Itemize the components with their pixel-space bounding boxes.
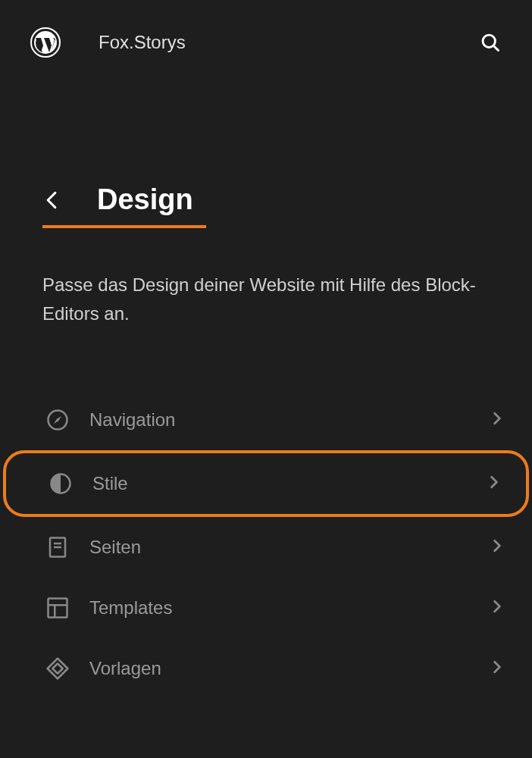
menu-item-navigation[interactable]: Navigation xyxy=(0,390,532,450)
chevron-right-icon xyxy=(493,600,502,616)
menu-item-label: Templates xyxy=(89,597,172,619)
wordpress-logo-icon[interactable] xyxy=(30,27,61,58)
menu-item-label: Vorlagen xyxy=(89,658,161,679)
diamond-icon xyxy=(45,656,70,681)
menu-item-templates[interactable]: Templates xyxy=(0,578,532,638)
svg-line-3 xyxy=(494,46,499,51)
page-title: Design xyxy=(97,183,193,216)
title-row: Design xyxy=(42,183,206,228)
chevron-right-icon xyxy=(493,660,502,677)
search-icon xyxy=(480,32,501,53)
chevron-left-icon xyxy=(45,191,58,209)
site-title[interactable]: Fox.Storys xyxy=(99,32,186,53)
menu-item-left: Seiten xyxy=(45,535,141,559)
menu-item-label: Stile xyxy=(92,473,128,494)
menu-item-vorlagen[interactable]: Vorlagen xyxy=(0,638,532,699)
menu-item-left: Navigation xyxy=(45,408,175,432)
menu-item-label: Seiten xyxy=(89,537,141,558)
chevron-right-icon xyxy=(490,475,499,492)
chevron-right-icon xyxy=(493,412,502,428)
app-header: Fox.Storys xyxy=(0,0,532,85)
layout-icon xyxy=(45,596,70,620)
page-description: Passe das Design deiner Website mit Hilf… xyxy=(42,271,490,329)
search-button[interactable] xyxy=(479,31,502,54)
page-icon xyxy=(45,535,70,559)
menu-item-label: Navigation xyxy=(89,409,175,431)
menu-item-left: Stile xyxy=(49,471,128,496)
contrast-icon xyxy=(49,471,73,496)
menu-item-stile[interactable]: Stile xyxy=(6,453,526,514)
svg-rect-9 xyxy=(49,598,67,617)
menu-item-left: Templates xyxy=(45,596,172,620)
menu-item-left: Vorlagen xyxy=(45,656,161,681)
back-button[interactable] xyxy=(42,191,61,209)
compass-icon xyxy=(45,408,70,432)
highlighted-menu-item: Stile xyxy=(3,450,529,517)
chevron-right-icon xyxy=(493,539,502,556)
menu-item-seiten[interactable]: Seiten xyxy=(0,517,532,578)
page-header: Design Passe das Design deiner Website m… xyxy=(0,85,532,329)
design-menu-list: Navigation Stile xyxy=(0,390,532,699)
header-left: Fox.Storys xyxy=(30,27,186,58)
